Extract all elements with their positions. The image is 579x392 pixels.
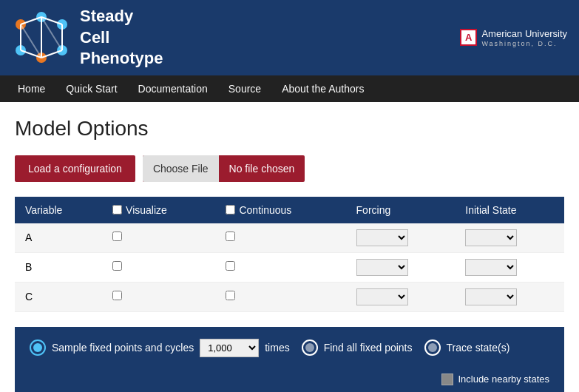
cell-visualize: [102, 223, 215, 253]
nav-about[interactable]: About the Authors: [271, 77, 374, 101]
col-continuous: Continuous: [215, 197, 345, 223]
config-row: Load a configuration Choose File No file…: [15, 155, 564, 182]
nav-documentation[interactable]: Documentation: [128, 77, 218, 101]
forcing-select[interactable]: [356, 288, 408, 305]
bottom-panel: Sample fixed points and cycles 1005001,0…: [15, 327, 564, 392]
app-name-line3: Phenotype: [80, 48, 163, 70]
main-nav: Home Quick Start Documentation Source Ab…: [0, 75, 579, 102]
table-row: A: [15, 223, 564, 253]
forcing-select[interactable]: [356, 259, 408, 276]
visualize-checkbox[interactable]: [112, 261, 122, 271]
col-visualize: Visualize: [102, 197, 215, 223]
cell-continuous: [215, 252, 345, 282]
times-select[interactable]: 1005001,0005,00010,000: [200, 339, 259, 357]
cell-variable: C: [15, 282, 102, 311]
au-subtitle: Washington, D.C.: [481, 40, 567, 47]
app-name-line1: Steady: [80, 6, 163, 27]
logo-icon: [12, 10, 71, 65]
include-nearby-row: Include nearby states: [30, 374, 549, 385]
radio-sample-label: Sample fixed points and cycles: [52, 342, 194, 354]
cell-visualize: [102, 252, 215, 282]
radio-group-2: Find all fixed points: [302, 339, 413, 356]
continuous-checkbox[interactable]: [226, 232, 235, 241]
forcing-select[interactable]: [356, 229, 408, 246]
cell-forcing: [346, 223, 456, 253]
radio-trace-button[interactable]: [424, 339, 441, 356]
include-nearby-checkbox[interactable]: [441, 374, 453, 385]
cell-continuous: [215, 223, 345, 253]
radio-group-1: Sample fixed points and cycles 1005001,0…: [30, 339, 290, 357]
table-row: B: [15, 252, 564, 282]
logo-area: Steady Cell Phenotype: [12, 6, 163, 70]
nav-source[interactable]: Source: [218, 77, 271, 101]
nav-home[interactable]: Home: [7, 77, 55, 101]
col-forcing: Forcing: [346, 197, 456, 223]
radio-sample-button[interactable]: [30, 339, 46, 356]
app-title: Steady Cell Phenotype: [80, 6, 163, 70]
cell-initial-state: [455, 223, 564, 253]
cell-initial-state: [455, 282, 564, 311]
file-input-wrapper: Choose File No file chosen: [143, 155, 305, 182]
cell-continuous: [215, 282, 345, 311]
visualize-checkbox[interactable]: [112, 291, 122, 300]
page-title: Model Options: [15, 117, 564, 141]
variables-table: Variable Visualize Continuous Forcing In…: [15, 197, 564, 312]
cell-variable: A: [15, 223, 102, 253]
initial-state-select[interactable]: [465, 288, 517, 305]
continuous-checkbox[interactable]: [226, 291, 235, 300]
app-name-line2: Cell: [80, 27, 163, 49]
app-header: Steady Cell Phenotype A American Univers…: [0, 0, 579, 75]
continuous-all-checkbox[interactable]: [226, 205, 235, 214]
au-badge-icon: A: [460, 29, 477, 46]
cell-forcing: [346, 282, 456, 311]
radio-fixed-label: Find all fixed points: [324, 342, 413, 354]
cell-visualize: [102, 282, 215, 311]
initial-state-select[interactable]: [465, 229, 517, 246]
radio-group-3: Trace state(s): [424, 339, 510, 356]
choose-file-button[interactable]: Choose File: [143, 155, 219, 182]
visualize-all-checkbox[interactable]: [112, 205, 122, 214]
cell-initial-state: [455, 252, 564, 282]
radio-trace-label: Trace state(s): [447, 342, 510, 354]
au-name: American University: [481, 28, 567, 40]
nav-quickstart[interactable]: Quick Start: [55, 77, 127, 101]
main-content: Model Options Load a configuration Choos…: [0, 102, 579, 392]
au-logo: A American University Washington, D.C.: [460, 28, 567, 47]
file-status-label: No file chosen: [219, 163, 305, 175]
table-row: C: [15, 282, 564, 311]
load-config-button[interactable]: Load a configuration: [15, 155, 135, 182]
include-nearby-label: Include nearby states: [458, 374, 549, 385]
visualize-checkbox[interactable]: [112, 232, 122, 241]
col-initial-state: Initial State: [455, 197, 564, 223]
times-suffix: times: [265, 342, 289, 354]
continuous-checkbox[interactable]: [226, 261, 235, 271]
initial-state-select[interactable]: [465, 259, 517, 276]
cell-forcing: [346, 252, 456, 282]
cell-variable: B: [15, 252, 102, 282]
col-variable: Variable: [15, 197, 102, 223]
radio-fixed-button[interactable]: [302, 339, 318, 356]
